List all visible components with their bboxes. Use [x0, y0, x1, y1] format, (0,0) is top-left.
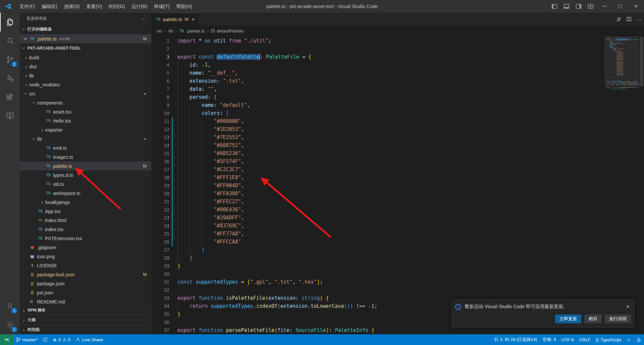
tree-item-pxt-json[interactable]: {}pxt.json [20, 288, 151, 297]
tree-item-readme-md[interactable]: M↓README.md [20, 297, 151, 305]
tree-item-dist[interactable]: ›dist [20, 62, 151, 71]
code-line[interactable]: import * as util from "./util"; [175, 37, 271, 45]
tree-item-util-ts[interactable]: TSutil.ts [20, 180, 151, 189]
run-debug-icon[interactable] [0, 69, 20, 88]
tree-item-package-json[interactable]: {}package.json [20, 279, 151, 288]
code-line[interactable]: extension: ".txt", [175, 77, 244, 85]
menubar-item[interactable]: 查看(V) [83, 0, 105, 13]
customize-layout-icon[interactable] [585, 0, 597, 13]
sidebar-panel-大纲[interactable]: ›大纲 [20, 315, 151, 325]
code-line-row[interactable]: 6extension: ".txt", [151, 77, 604, 85]
code-line[interactable]: } [175, 254, 193, 262]
encoding-item[interactable]: UTF-8 [559, 334, 577, 345]
code-line[interactable]: "#FFCCAA" [175, 238, 241, 246]
code-line-row[interactable]: 14"#008751", [151, 141, 604, 149]
code-line-row[interactable]: 16"#5F574F", [151, 157, 604, 165]
code-line[interactable]: parsed: { [175, 93, 217, 101]
code-line-row[interactable]: 11"#000000", [151, 117, 604, 125]
code-line[interactable]: name: "__def__", [175, 69, 238, 77]
code-line[interactable]: "#FF77A8", [175, 230, 244, 238]
code-line[interactable]: export function isPaletteFile(extension:… [175, 294, 329, 302]
code-line[interactable]: "#FFF1E8", [175, 174, 244, 182]
eol-item[interactable]: CRLF [577, 334, 593, 345]
minimap-slider[interactable] [604, 36, 639, 86]
code-line-row[interactable]: 17"#C2C3C7", [151, 165, 604, 174]
tree-item-index-html[interactable]: <>index.html [20, 216, 151, 225]
menubar-item[interactable]: 文件(F) [16, 0, 38, 13]
code-line[interactable]: const supportedTypes = [".gpl", ".txt", … [175, 278, 323, 286]
menubar-item[interactable]: 帮助(H) [173, 0, 195, 13]
code-line[interactable]: "#FF004D", [175, 182, 244, 190]
code-line[interactable]: export const defaultPalette: PaletteFile… [175, 53, 311, 61]
extensions-icon[interactable] [0, 88, 20, 107]
code-line-row[interactable]: 12"#1D2B53", [151, 125, 604, 133]
sidebar-panel-时间线[interactable]: ›时间线 [20, 325, 151, 334]
menubar-item[interactable]: 运行(R) [128, 0, 151, 13]
tree-item-pxtextension-tsx[interactable]: TSPXTExtension.tsx [20, 234, 151, 243]
tree-item-src[interactable]: ›src● [20, 89, 151, 98]
minimize-button[interactable]: ─ [597, 0, 612, 13]
code-line-row[interactable]: 21"#FFEC27", [151, 198, 604, 206]
tree-item-lib[interactable]: ›lib [20, 71, 151, 80]
cursor-position-item[interactable]: 行 3, 列 28 (已选择14) [491, 334, 540, 345]
feedback-icon[interactable]: ☺ [624, 334, 634, 345]
code-line[interactable]: "#008751", [175, 141, 244, 149]
source-control-icon[interactable]: 2 [0, 50, 20, 69]
indentation-item[interactable]: 空格: 4 [540, 334, 558, 345]
open-editors-header[interactable]: › 打开的编辑器 [20, 24, 151, 34]
git-branch-item[interactable]: master* [13, 334, 40, 345]
open-editor-item[interactable]: × TS palette.ts src\lib M [20, 34, 151, 43]
tree-item-types-d-ts[interactable]: TStypes.d.ts [20, 170, 151, 180]
code-line-row[interactable]: 31const supportedTypes = [".gpl", ".txt"… [151, 278, 604, 286]
toggle-secondary-sidebar-icon[interactable] [573, 0, 585, 13]
code-line-row[interactable]: 4id: -1, [151, 61, 604, 69]
code-line[interactable]: } [175, 310, 180, 318]
tree-item-build[interactable]: ›build [20, 53, 151, 62]
toggle-sidebar-icon[interactable] [548, 0, 560, 13]
settings-gear-icon[interactable]: 1 [0, 316, 20, 334]
toggle-panel-icon[interactable] [560, 0, 573, 13]
tree-item-palette-ts[interactable]: TSpalette.tsM [20, 161, 151, 170]
code-line-row[interactable]: 23"#29ADFF", [151, 214, 604, 222]
tree-item--gitignore[interactable]: .gitignore [20, 243, 151, 252]
code-line-row[interactable]: 18"#FFF1E8", [151, 174, 604, 182]
tree-item-workspace-ts[interactable]: TSworkspace.ts [20, 189, 151, 198]
open-changes-icon[interactable] [614, 16, 624, 22]
code-line[interactable] [175, 286, 177, 294]
code-line[interactable]: "#83769C", [175, 222, 244, 230]
breadcrumb-palette-ts[interactable]: TSpalette.ts [179, 28, 205, 33]
code-line[interactable]: id: -1, [175, 61, 211, 69]
code-line[interactable]: "#C2C3C7", [175, 165, 244, 174]
code-line[interactable]: "#000000", [175, 117, 244, 125]
close-editor-icon[interactable]: × [22, 36, 29, 42]
more-actions-icon[interactable]: ··· [634, 16, 644, 22]
code-line-row[interactable]: 20"#FFA300", [151, 190, 604, 198]
scrollbar-thumb[interactable] [640, 37, 643, 86]
code-line[interactable] [175, 270, 177, 278]
code-line-row[interactable]: 27] [151, 246, 604, 254]
tree-item-lib[interactable]: ›lib● [20, 134, 151, 143]
code-line[interactable]: export function parsePaletteFile(file: S… [175, 326, 374, 334]
code-line[interactable] [175, 45, 177, 53]
code-line[interactable]: "#AB5236", [175, 149, 244, 157]
tree-item-localtypings[interactable]: ›localtypings [20, 198, 151, 207]
minimap[interactable]: import * as util from "./util";export co… [604, 36, 639, 334]
code-line-row[interactable]: 2 [151, 45, 604, 53]
code-line[interactable]: "#FFEC27", [175, 198, 244, 206]
menubar-item[interactable]: 选择(S) [61, 0, 83, 13]
tree-item-images-ts[interactable]: TSimages.ts [20, 152, 151, 161]
tree-item-components[interactable]: ›components [20, 98, 151, 107]
breadcrumb-lib[interactable]: lib [169, 28, 173, 33]
live-share-button[interactable]: Live Share [73, 334, 106, 345]
code-line-row[interactable]: 3export const defaultPalette: PaletteFil… [151, 53, 604, 61]
code-line[interactable]: } [175, 262, 180, 270]
code-line-row[interactable]: 8parsed: { [151, 93, 604, 101]
tree-item-exporter[interactable]: ›exporter [20, 125, 151, 134]
code-line[interactable]: "#FFA300", [175, 190, 244, 198]
code-line-row[interactable]: 32 [151, 286, 604, 294]
code-line[interactable]: ] [175, 246, 205, 254]
accounts-icon[interactable]: 1 [0, 297, 20, 316]
tree-item-package-lock-json[interactable]: {}package-lock.jsonM [20, 270, 151, 279]
code-line-row[interactable]: 7data: "", [151, 85, 604, 93]
notification-button-发行说明[interactable]: 发行说明 [605, 315, 631, 323]
